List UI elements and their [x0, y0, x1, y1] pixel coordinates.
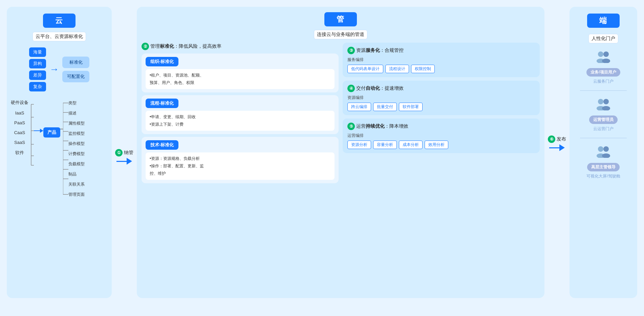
duan-section: 端 人性化门户 业务/项目用户 云服务门户: [570, 7, 637, 298]
user-role-0: 业务/项目用户: [586, 68, 620, 77]
step3-badge: ③: [347, 47, 355, 54]
duan-subtitle: 人性化门户: [588, 34, 618, 43]
step5-tags: 资源分析 容量分析 成本分析 效用分析: [347, 141, 535, 149]
main-diagram: 云 云平台、云资源标准化 海量 异构 差异 复杂 → 标准化 可配置化 硬件设: [7, 7, 637, 309]
attr-5: 计费模型: [68, 150, 85, 157]
attr-9: 管理页面: [68, 191, 85, 198]
product-box-wrapper: 产品: [43, 99, 60, 138]
connector-svg: [28, 101, 34, 167]
product-arrow: [34, 99, 43, 133]
subpanel-flow: 流程-标准化 •申请、变更、续期、回收•资源上下架、计费: [142, 95, 339, 134]
guan-title: 管: [324, 12, 357, 26]
step1-connector: ① 纳管: [114, 149, 135, 165]
step5-panel: ⑤ 运营持续优化：降本增效 运营编排 资源分析 容量分析 成本分析 效用分析: [343, 119, 540, 153]
step4-tags: 跨云编排 批量交付 软件部署: [347, 103, 535, 111]
cloud-title: 云: [43, 14, 76, 28]
step4-tag-0: 跨云编排: [347, 103, 371, 111]
subpanel-org-title: 组织-标准化: [146, 57, 178, 66]
left-connectors: [28, 99, 34, 167]
cat-iaas: IaaS: [11, 110, 28, 115]
step2-heading: ② 管理标准化：降低风险，提高效率: [142, 43, 339, 50]
cloud-right-tags: 标准化 可配置化: [62, 57, 89, 82]
user-portal-0: 云服务门户: [593, 79, 614, 84]
cloud-left-tags: 海量 异构 差异 复杂: [29, 47, 46, 91]
step4-label: 交付自动化：提速增效: [356, 85, 404, 91]
step5-tag-2: 成本分析: [399, 141, 423, 149]
cloud-tree: 硬件设备 IaaS PaaS CaaS SaaS 软件: [11, 99, 108, 198]
step1-badge: ①: [115, 149, 123, 156]
duan-title: 端: [587, 14, 620, 28]
step4-badge: ④: [347, 85, 355, 92]
cloud-arrow: →: [49, 64, 59, 75]
step4-heading: ④ 交付自动化：提速增效: [347, 85, 535, 92]
attr-connector-svg: [63, 100, 68, 198]
attr-2: 属性模型: [68, 120, 85, 127]
step6-badge: ⑥: [548, 135, 555, 143]
guan-two-col: ② 管理标准化：降低风险，提高效率 组织-标准化 •租户、项目、资源池、配额、预…: [142, 43, 540, 293]
step3-tags: 低代码表单设计 流程设计 权限控制: [347, 65, 535, 73]
guan-section: 管 连接云与业务端的管道 ② 管理标准化：降低风险，提高效率 组织-标准化 •租…: [137, 7, 544, 298]
subpanel-tech-title: 技术-标准化: [146, 140, 178, 150]
step2-badge: ②: [142, 43, 149, 50]
step3-heading: ③ 资源服务化：合规管控: [347, 47, 535, 54]
cat-caas: CaaS: [11, 130, 28, 135]
user-role-1: 运营管理员: [589, 115, 618, 124]
step5-tag-1: 容量分析: [373, 141, 397, 149]
subpanel-tech-content: •资源：资源规格、负载分析•操作：部署、配置、更新、监控、维护: [146, 152, 335, 180]
step3-label: 资源服务化：合规管控: [356, 47, 404, 54]
attr-3: 监控模型: [68, 130, 85, 137]
step4-tag-2: 软件部署: [399, 103, 423, 111]
subpanel-tech: 技术-标准化 •资源：资源规格、负载分析•操作：部署、配置、更新、监控、维护: [142, 137, 339, 183]
cat-paas: PaaS: [11, 120, 28, 125]
user-icon-1: [595, 97, 611, 113]
tag-biaozhunhua: 标准化: [62, 57, 89, 68]
step5-tag-3: 效用分析: [425, 141, 448, 149]
user-icon-0: [595, 49, 611, 66]
step4-panel: ④ 交付自动化：提速增效 资源编排 跨云编排 批量交付 软件部署: [343, 81, 540, 115]
user-portal-1: 云运营门户: [593, 126, 614, 132]
guan-right-col: ③ 资源服务化：合规管控 服务编排 低代码表单设计 流程设计 权限控制 ④ 交付…: [343, 43, 540, 293]
user-role-2: 高层主管领导: [587, 163, 620, 171]
step6-label: 发布: [557, 136, 566, 142]
divider-2: [580, 138, 627, 138]
tag-peizhi: 可配置化: [62, 71, 89, 82]
step3-panel: ③ 资源服务化：合规管控 服务编排 低代码表单设计 流程设计 权限控制: [343, 43, 540, 77]
svg-point-18: [598, 51, 603, 57]
step3-sublabel: 服务编排: [347, 57, 535, 63]
tag-chayì: 差异: [29, 70, 46, 80]
step5-label: 运营持续优化：降本增效: [356, 123, 408, 129]
step5-tag-0: 资源分析: [347, 141, 371, 149]
step3-tag-2: 权限控制: [411, 65, 435, 73]
tag-fuza: 复杂: [29, 82, 46, 91]
attr-4: 操作模型: [68, 140, 85, 147]
step5-heading: ⑤ 运营持续优化：降本增效: [347, 123, 535, 130]
guan-left-col: ② 管理标准化：降低风险，提高效率 组织-标准化 •租户、项目、资源池、配额、预…: [142, 43, 339, 293]
step3-tag-0: 低代码表单设计: [347, 65, 383, 73]
svg-point-27: [603, 146, 609, 152]
attr-6: 负载模型: [68, 161, 85, 168]
user-card-1: 运营管理员 云运营门户: [574, 97, 632, 132]
cloud-subtitle: 云平台、云资源标准化: [33, 32, 86, 41]
attr-7: 制品: [68, 171, 85, 178]
step4-sublabel: 资源编排: [347, 95, 535, 101]
attr-1: 描述: [68, 110, 85, 117]
user-card-2: 高层主管领导 可视化大屏/驾驶舱: [574, 144, 632, 179]
step4-tag-1: 批量交付: [373, 103, 397, 111]
step3-tag-1: 流程设计: [385, 65, 409, 73]
step1-label: 纳管: [124, 150, 133, 156]
step2-label: 管理标准化：降低风险，提高效率: [150, 43, 221, 49]
svg-point-23: [603, 99, 609, 104]
cloud-section: 云 云平台、云资源标准化 海量 异构 差异 复杂 → 标准化 可配置化 硬件设: [7, 7, 112, 298]
user-card-0: 业务/项目用户 云服务门户: [574, 49, 632, 84]
cat-saas: SaaS: [11, 140, 28, 145]
cat-hardware: 硬件设备: [11, 99, 28, 106]
product-label: 产品: [43, 127, 60, 138]
step5-sublabel: 运营编排: [347, 133, 535, 139]
product-right-arrow: [60, 99, 63, 129]
tag-yigou: 异构: [29, 59, 46, 68]
attr-tree: 类型 描述 属性模型 监控模型 操作模型 计费模型 负载模型 制品 关联关系 管…: [63, 99, 85, 198]
attr-8: 关联关系: [68, 181, 85, 188]
guan-subtitle: 连接云与业务端的管道: [314, 30, 367, 39]
subpanel-org-content: •租户、项目、资源池、配额、预算、用户、角色、权限: [146, 69, 335, 89]
user-portal-2: 可视化大屏/驾驶舱: [586, 173, 620, 179]
